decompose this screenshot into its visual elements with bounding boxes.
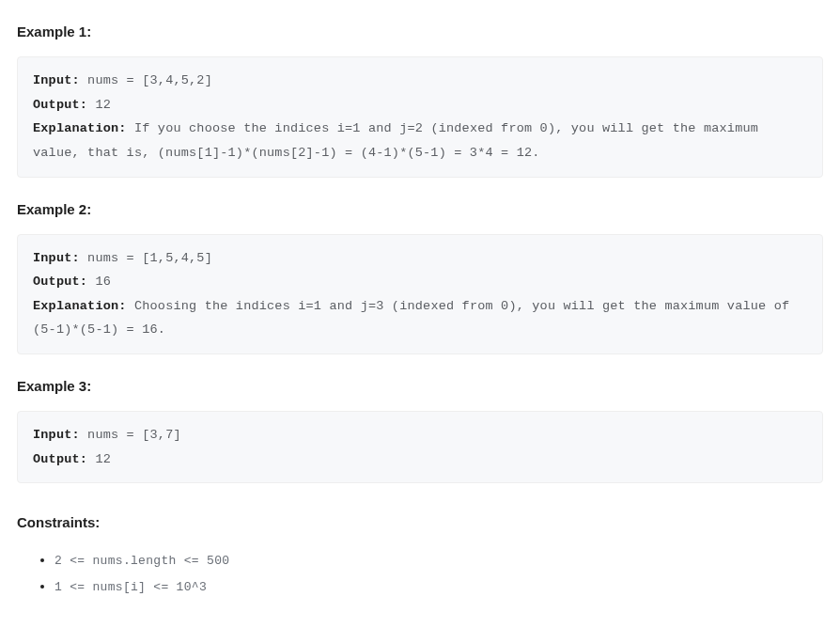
explanation-value: If you choose the indices i=1 and j=2 (i… [33,121,766,160]
input-value: nums = [1,5,4,5] [80,251,212,265]
output-label: Output: [33,98,87,112]
constraint-item: 1 <= nums[i] <= 10^3 [54,575,823,598]
constraint-item: 2 <= nums.length <= 500 [54,549,823,572]
input-value: nums = [3,4,5,2] [80,73,212,87]
example-heading: Example 2: [17,198,823,221]
example-code-block: Input: nums = [3,4,5,2] Output: 12 Expla… [17,56,823,178]
output-value: 16 [87,275,111,289]
explanation-value: Choosing the indices i=1 and j=3 (indexe… [33,299,798,338]
input-value: nums = [3,7] [80,428,181,442]
example-code-block: Input: nums = [3,7] Output: 12 [17,411,823,483]
explanation-label: Explanation: [33,299,127,313]
output-label: Output: [33,452,87,466]
example-code-block: Input: nums = [1,5,4,5] Output: 16 Expla… [17,234,823,355]
output-value: 12 [87,98,111,112]
input-label: Input: [33,251,80,265]
example-heading: Example 1: [17,21,823,43]
constraints-list: 2 <= nums.length <= 500 1 <= nums[i] <= … [17,549,823,598]
input-label: Input: [33,73,80,87]
output-label: Output: [33,275,87,289]
constraint-text: 1 <= nums[i] <= 10^3 [54,580,207,594]
constraint-text: 2 <= nums.length <= 500 [54,554,229,568]
input-label: Input: [33,428,80,442]
constraints-heading: Constraints: [17,511,823,534]
example-heading: Example 3: [17,375,823,398]
explanation-label: Explanation: [33,121,127,135]
output-value: 12 [87,452,111,466]
